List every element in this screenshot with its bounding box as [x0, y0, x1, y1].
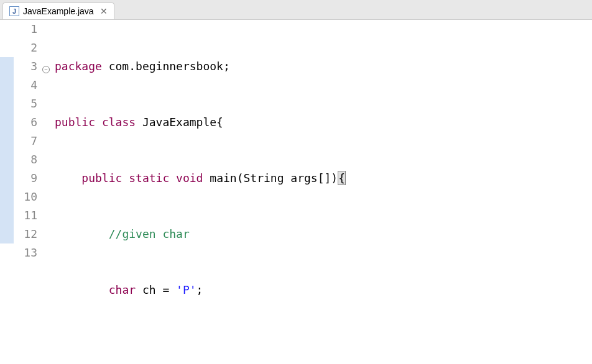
fold-toggle-icon[interactable]: − — [42, 66, 50, 73]
line-number-gutter: 1 2 3 4 5 6 7 8 9 10 11 12 13 — [14, 20, 41, 364]
close-icon[interactable]: ✕ — [100, 6, 108, 16]
editor-tab-bar: J JavaExample.java ✕ — [0, 0, 592, 20]
marker-ruler — [0, 20, 14, 364]
editor-tab-label: JavaExample.java — [23, 6, 94, 16]
editor-tab-javaexample[interactable]: J JavaExample.java ✕ — [2, 2, 114, 19]
java-file-icon: J — [9, 6, 19, 16]
svg-text:J: J — [12, 7, 16, 15]
code-text[interactable]: package com.beginnersbook; public class … — [51, 20, 592, 364]
code-editor[interactable]: 1 2 3 4 5 6 7 8 9 10 11 12 13 − package … — [0, 20, 592, 364]
fold-ruler: − — [41, 20, 51, 364]
